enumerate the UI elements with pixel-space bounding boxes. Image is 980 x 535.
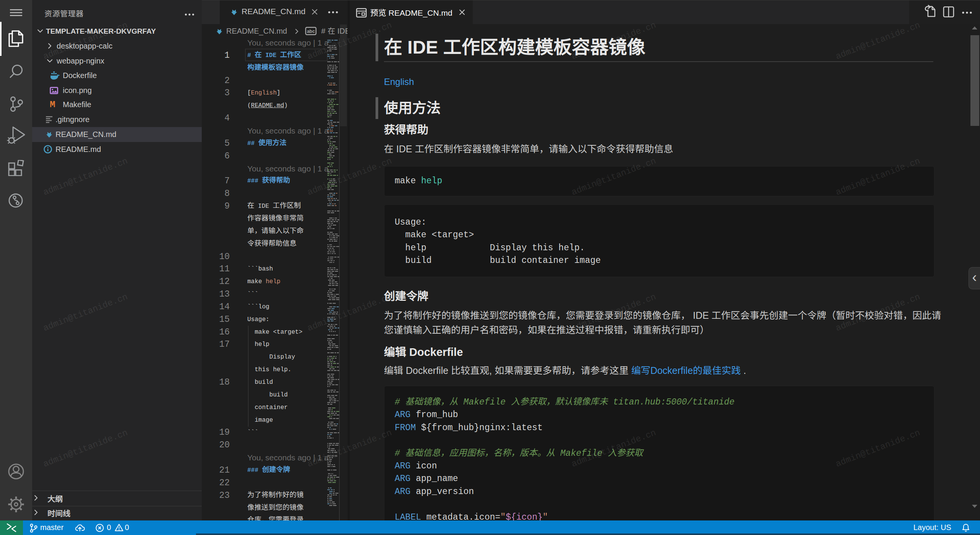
svg-text:abc: abc — [307, 29, 315, 34]
